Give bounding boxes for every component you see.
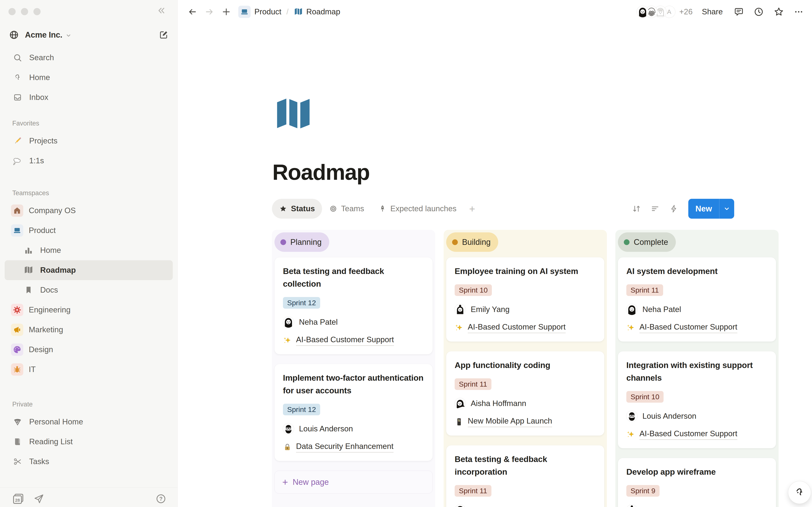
sidebar-item-product-home[interactable]: Home	[5, 240, 173, 260]
link-label: New Mobile App Launch	[468, 416, 552, 427]
column-header-planning[interactable]: Planning	[274, 232, 329, 252]
workspace-switcher[interactable]: Acme Inc.	[9, 27, 168, 43]
card-integration-support-channels[interactable]: Integration with existing support channe…	[618, 351, 776, 448]
sidebar-item-inbox[interactable]: Inbox	[5, 88, 173, 107]
add-view-button[interactable]: +	[469, 203, 475, 215]
megaphone-icon	[11, 324, 23, 336]
related-page-link[interactable]: AI-Based Customer Support	[283, 335, 424, 346]
person-name: Neha Patel	[299, 318, 338, 327]
sprint-tag: Sprint 11	[455, 378, 492, 390]
person-property: Emily Yang	[626, 505, 768, 507]
chevron-down-icon	[65, 32, 72, 39]
plus-icon[interactable]	[221, 7, 231, 17]
rocket-icon	[378, 205, 387, 213]
related-page-link[interactable]: New Mobile App Launch	[455, 416, 596, 427]
sidebar-item-1-1s[interactable]: 1:1s	[5, 151, 173, 171]
person-name: Emily Yang	[471, 305, 510, 314]
card-title: App functionality coding	[455, 359, 596, 372]
inbox-icon	[12, 92, 23, 103]
sidebar-item-product[interactable]: Product	[5, 221, 173, 240]
sidebar-item-company-os[interactable]: Company OS	[5, 201, 173, 221]
sparkles-icon	[283, 336, 292, 345]
link-label: AI-Based Customer Support	[296, 335, 394, 346]
zoom-window-button[interactable]	[34, 8, 41, 15]
workspace-name: Acme Inc.	[25, 31, 62, 40]
link-label: Data Security Enhancement	[296, 442, 394, 452]
card-title: AI system development	[626, 265, 768, 278]
sidebar-item-search[interactable]: Search	[5, 48, 173, 68]
minimize-window-button[interactable]	[21, 8, 28, 15]
sidebar-item-label: Design	[29, 345, 53, 354]
new-button-dropdown[interactable]	[719, 199, 734, 219]
teamspaces-section: Teamspaces Company OS Product Home Roadm…	[5, 189, 173, 379]
sidebar-item-reading-list[interactable]: Reading List	[5, 432, 173, 452]
map-icon	[23, 265, 34, 276]
page-title[interactable]: Roadmap	[272, 160, 370, 185]
page-icon-map[interactable]	[274, 94, 320, 140]
filter-icon[interactable]	[651, 204, 660, 213]
laptop-icon	[238, 6, 251, 18]
help-icon[interactable]	[155, 493, 166, 504]
sidebar-item-roadmap[interactable]: Roadmap	[5, 260, 173, 280]
card-app-functionality-coding[interactable]: App functionality coding Sprint 11 Aisha…	[446, 351, 604, 436]
pizza-icon	[12, 416, 23, 427]
sprint-tag: Sprint 11	[626, 284, 663, 296]
sidebar-item-home[interactable]: Home	[5, 68, 173, 88]
forward-icon[interactable]	[204, 7, 214, 17]
sidebar-item-it[interactable]: IT	[5, 359, 173, 379]
tab-status[interactable]: Status	[272, 199, 322, 219]
person-name: Emily Yang	[643, 506, 681, 507]
sidebar-item-design[interactable]: Design	[5, 340, 173, 359]
card-ai-system-development[interactable]: AI system development Sprint 11 Neha Pat…	[618, 257, 776, 342]
related-page-link[interactable]: AI-Based Customer Support	[455, 323, 596, 333]
card-develop-app-wireframe[interactable]: Develop app wireframe Sprint 9 Emily Yan…	[618, 458, 776, 507]
sidebar-item-engineering[interactable]: Engineering	[5, 300, 173, 320]
notion-ai-button[interactable]	[788, 481, 811, 504]
sidebar-item-label: Company OS	[29, 206, 76, 215]
new-button[interactable]: New	[688, 199, 734, 219]
related-page-link[interactable]: AI-Based Customer Support	[626, 323, 768, 333]
calendar-icon[interactable]	[12, 493, 24, 505]
sidebar-item-label: Product	[29, 226, 56, 235]
related-page-link[interactable]: AI-Based Customer Support	[626, 429, 768, 440]
person-property: Neha Patel	[455, 505, 596, 507]
bug-icon	[11, 363, 23, 376]
tab-teams[interactable]: Teams	[322, 199, 371, 219]
new-page-button[interactable]: + New page	[274, 471, 433, 494]
section-label-private: Private	[5, 400, 173, 408]
sidebar-item-personal-home[interactable]: Personal Home	[5, 412, 173, 432]
card-two-factor-authentication[interactable]: Implement two-factor authentication for …	[274, 364, 433, 461]
mobile-phone-icon	[455, 417, 463, 426]
sidebar-item-tasks[interactable]: Tasks	[5, 452, 173, 471]
close-window-button[interactable]	[8, 8, 16, 15]
sparkles-icon	[626, 430, 635, 439]
new-button-label[interactable]: New	[688, 199, 719, 219]
sidebar-item-label: Marketing	[29, 325, 63, 334]
window-controls[interactable]	[8, 8, 41, 15]
sidebar-divider	[0, 488, 177, 488]
sidebar-item-marketing[interactable]: Marketing	[5, 320, 173, 340]
collapse-sidebar-icon[interactable]	[156, 6, 165, 15]
tab-expected-launches[interactable]: Expected launches	[371, 199, 464, 219]
sidebar-item-label: Roadmap	[40, 266, 76, 275]
sidebar-item-docs[interactable]: Docs	[5, 280, 173, 300]
person-name: Neha Patel	[643, 305, 681, 314]
sidebar-item-label: Engineering	[29, 305, 70, 314]
invite-send-icon[interactable]	[34, 493, 44, 504]
card-title: Employee training on AI system	[455, 265, 596, 278]
column-header-building[interactable]: Building	[446, 232, 498, 252]
related-page-link[interactable]: Data Security Enhancement	[283, 442, 424, 452]
column-complete: Complete AI system development Sprint 11…	[615, 230, 778, 507]
new-page-compose-button[interactable]	[159, 30, 168, 40]
sidebar-item-projects[interactable]: Projects	[5, 131, 173, 151]
scissors-icon	[12, 456, 23, 467]
card-beta-testing-feedback-collection[interactable]: Beta testing and feedback collection Spr…	[274, 257, 433, 354]
sort-icon[interactable]	[632, 204, 641, 213]
person-name: Aisha Hoffmann	[471, 399, 526, 408]
back-icon[interactable]	[188, 7, 197, 17]
column-header-complete[interactable]: Complete	[618, 232, 676, 252]
card-employee-training[interactable]: Employee training on AI system Sprint 10…	[446, 257, 604, 342]
avatar	[637, 6, 649, 18]
card-beta-testing-incorporation[interactable]: Beta testing & feedback incorporation Sp…	[446, 445, 604, 507]
automation-bolt-icon[interactable]	[669, 204, 678, 213]
